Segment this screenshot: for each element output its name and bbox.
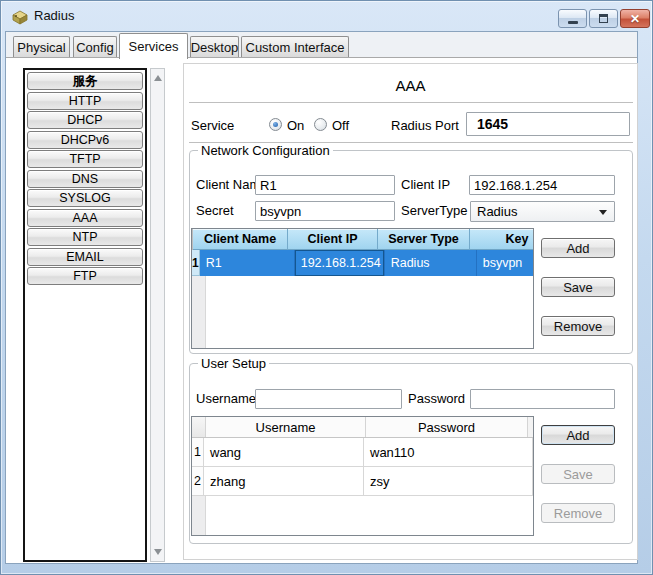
sidebar-item-ntp[interactable]: NTP [27,228,143,246]
scroll-down-icon[interactable] [154,549,162,555]
row-number[interactable]: 1 [192,438,204,466]
client-ip-input[interactable] [469,175,615,195]
header-stub [528,417,533,437]
client-area: Physical Config Services Desktop Custom … [5,31,638,564]
username-input[interactable] [255,389,402,409]
row-number[interactable]: 2 [192,467,204,495]
password-label: Password [408,389,465,409]
cell-username[interactable]: wang [204,438,364,466]
row-number[interactable]: 1 [192,250,200,276]
server-type-label: ServerType [401,201,467,221]
services-sidebar: 服务 HTTP DHCP DHCPv6 TFTP DNS SYSLOG AAA … [23,68,147,562]
client-name-input[interactable] [255,175,395,195]
server-type-value: Radius [477,204,517,219]
scroll-up-icon[interactable] [154,75,162,81]
services-page: 服务 HTTP DHCP DHCPv6 TFTP DNS SYSLOG AAA … [6,58,637,563]
cell-password[interactable]: wan110 [364,438,533,466]
clients-table-header: Client Name Client IP Server Type Key [192,229,533,250]
service-off-label: Off [332,116,349,136]
service-on-radio[interactable] [269,118,282,131]
table-row[interactable]: 2 zhang zsy [192,467,533,496]
table-row[interactable]: 1 wang wan110 [192,438,533,467]
chevron-down-icon [599,210,607,215]
sidebar-item-aaa[interactable]: AAA [27,209,143,227]
user-setup-group: User Setup Username Password Username Pa… [189,363,633,544]
cell-client-ip[interactable]: 192.168.1.254 [295,250,385,276]
network-remove-button[interactable]: Remove [541,316,615,336]
network-add-button[interactable]: Add [541,238,615,258]
user-setup-legend: User Setup [198,356,269,371]
client-ip-label: Client IP [401,175,450,195]
tab-services[interactable]: Services [119,33,188,59]
tab-desktop[interactable]: Desktop [190,36,239,57]
clients-table: Client Name Client IP Server Type Key 1 … [191,228,534,349]
users-table-header: Username Password [192,417,533,438]
col-client-ip[interactable]: Client IP [288,229,378,250]
users-table: Username Password 1 wang wan110 2 zhang [191,416,534,536]
secret-input[interactable] [255,201,395,221]
network-configuration-group: Network Configuration Client Name Client… [189,150,633,354]
sidebar-item-dhcpv6[interactable]: DHCPv6 [27,131,143,149]
restore-button[interactable] [589,9,618,28]
cell-key[interactable]: bsyvpn [477,250,534,276]
cell-client-name[interactable]: R1 [200,250,295,276]
network-save-button[interactable]: Save [541,277,615,297]
minimize-button[interactable] [558,9,587,28]
server-type-select[interactable]: Radius [470,201,615,222]
tab-config[interactable]: Config [73,36,117,57]
username-label: Username [196,389,256,409]
tab-custom-interface[interactable]: Custom Interface [241,36,349,57]
aaa-panel: AAA Service On Off Radius Port Network C… [183,63,638,560]
sidebar-item-ftp[interactable]: FTP [27,267,143,285]
user-remove-button[interactable]: Remove [541,503,615,523]
restore-icon [599,14,608,23]
window-title: Radius [34,1,74,31]
close-button[interactable]: ✕ [620,9,650,28]
network-configuration-legend: Network Configuration [198,143,333,158]
col-client-name[interactable]: Client Name [193,229,288,250]
sidebar-scrollbar[interactable] [150,68,165,562]
col-key[interactable]: Key [470,229,534,250]
col-server-type[interactable]: Server Type [378,229,470,250]
col-username[interactable]: Username [206,417,366,437]
col-password[interactable]: Password [366,417,528,437]
row-header-strip [192,276,206,349]
password-input[interactable] [470,389,615,409]
sidebar-item-tftp[interactable]: TFTP [27,150,143,168]
cell-server-type[interactable]: Radius [385,250,477,276]
minimize-icon [568,21,578,24]
cell-password[interactable]: zsy [364,467,533,495]
user-save-button[interactable]: Save [541,464,615,484]
sidebar-item-http[interactable]: HTTP [27,92,143,110]
sidebar-item-services-header[interactable]: 服务 [27,72,143,90]
sidebar-item-email[interactable]: EMAIL [27,248,143,266]
service-off-radio[interactable] [314,118,327,131]
radius-port-input[interactable] [466,112,630,136]
service-label: Service [191,116,234,136]
table-corner[interactable] [192,417,206,437]
service-on-label: On [287,116,304,136]
sidebar-item-dns[interactable]: DNS [27,170,143,188]
page-title: AAA [184,77,637,94]
sidebar-item-dhcp[interactable]: DHCP [27,111,143,129]
device-icon [11,8,29,26]
cell-username[interactable]: zhang [204,467,364,495]
tab-strip: Physical Config Services Desktop Custom … [6,32,637,58]
table-row-selected[interactable]: 1 R1 192.168.1.254 Radius bsyvpn [192,250,533,276]
close-icon: ✕ [630,13,640,25]
radius-window: Radius ✕ Physical Config Services Deskto… [0,0,653,575]
radius-port-label: Radius Port [391,116,459,136]
user-add-button[interactable]: Add [541,425,615,445]
tab-physical[interactable]: Physical [13,36,70,57]
secret-label: Secret [196,201,234,221]
row-header-strip [192,496,206,536]
separator [189,102,633,103]
sidebar-item-syslog[interactable]: SYSLOG [27,189,143,207]
titlebar: Radius ✕ [1,1,652,31]
